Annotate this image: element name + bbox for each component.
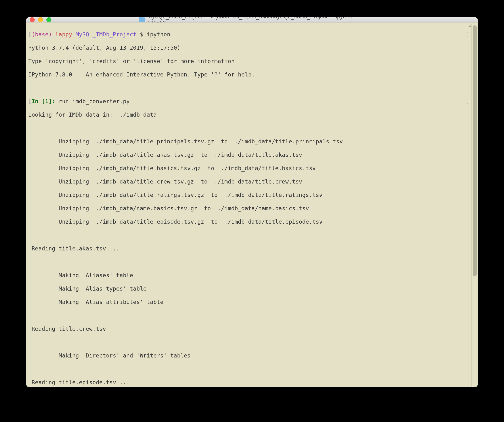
blank-line	[28, 259, 472, 265]
folder-icon	[139, 18, 145, 22]
output-making: Making 'Alias_types' table	[28, 285, 472, 292]
prompt-line: [(base) lappy MySQL_IMDb_Project $ ipyth…	[28, 31, 472, 38]
cwd: MySQL_IMDb_Project	[76, 31, 137, 38]
scroll-indicator-icon: ≡	[468, 23, 471, 29]
output-unzip: Unzipping ./imdb_data/name.basics.tsv.gz…	[28, 205, 472, 212]
terminal-window: MySQL_IMDb_Project — IPython: Git_repos_…	[26, 17, 478, 387]
blank-line	[28, 85, 472, 91]
in1-command: run imdb_converter.py	[59, 98, 130, 105]
blank-line	[28, 366, 472, 372]
output-unzip: Unzipping ./imdb_data/title.akas.tsv.gz …	[28, 151, 472, 158]
minimize-button[interactable]	[38, 17, 43, 22]
bracket-close: ]	[466, 31, 470, 38]
terminal-content[interactable]: [(base) lappy MySQL_IMDb_Project $ ipyth…	[28, 24, 472, 387]
close-button[interactable]	[30, 17, 35, 22]
in-1-line: [In [1]: run imdb_converter.py]	[28, 98, 472, 105]
output-making: Making 'Alias_attributes' table	[28, 299, 472, 305]
python-info: Type 'copyright', 'credits' or 'license'…	[28, 58, 472, 65]
output-unzip: Unzipping ./imdb_data/title.ratings.tsv.…	[28, 192, 472, 198]
traffic-lights	[30, 17, 51, 22]
bracket-open: [	[28, 31, 31, 38]
conda-env: (base)	[31, 31, 52, 38]
terminal-body[interactable]: [(base) lappy MySQL_IMDb_Project $ ipyth…	[26, 23, 478, 387]
output-reading: Reading title.episode.tsv ...	[28, 379, 472, 386]
scrollbar-track[interactable]	[472, 24, 478, 387]
in1-bracket-close: ]	[466, 98, 470, 105]
python-version: Python 3.7.4 (default, Aug 13 2019, 15:1…	[28, 44, 472, 51]
output-unzip: Unzipping ./imdb_data/title.principals.t…	[28, 138, 472, 145]
in1-bracket: [	[28, 98, 31, 105]
blank-line	[28, 312, 472, 319]
maximize-button[interactable]	[46, 17, 51, 22]
scrollbar-thumb[interactable]	[473, 25, 477, 276]
output-making: Making 'Directors' and 'Writers' tables	[28, 352, 472, 359]
blank-line	[28, 232, 472, 238]
blank-line	[28, 125, 472, 131]
in1-label: In [1]:	[31, 98, 55, 105]
ipython-info: IPython 7.8.0 -- An enhanced Interactive…	[28, 71, 472, 78]
username: lappy	[55, 31, 72, 38]
titlebar[interactable]: MySQL_IMDb_Project — IPython: Git_repos_…	[26, 17, 478, 23]
blank-line	[28, 339, 472, 345]
output-making: Making 'Aliases' table	[28, 272, 472, 279]
output-unzip: Unzipping ./imdb_data/title.crew.tsv.gz …	[28, 178, 472, 185]
output-looking: Looking for IMDb data in: ./imdb_data	[28, 111, 472, 118]
output-unzip: Unzipping ./imdb_data/title.episode.tsv.…	[28, 218, 472, 225]
output-unzip: Unzipping ./imdb_data/title.basics.tsv.g…	[28, 165, 472, 172]
prompt-dollar: $	[140, 31, 143, 38]
output-reading: Reading title.akas.tsv ...	[28, 245, 472, 252]
command-text: ipython	[147, 31, 170, 38]
output-reading: Reading title.crew.tsv	[28, 326, 472, 332]
